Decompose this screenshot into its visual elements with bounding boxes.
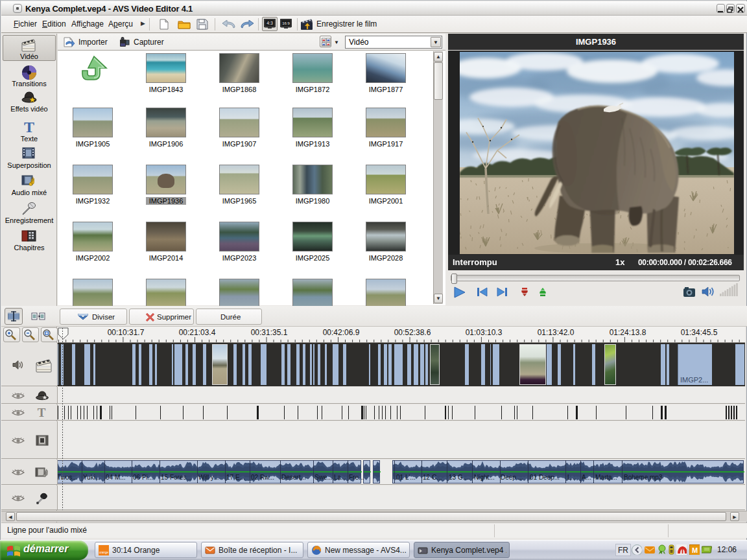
svg-text:4:3: 4:3	[267, 21, 273, 25]
svg-text:16:9: 16:9	[282, 21, 290, 25]
svg-text:T: T	[24, 119, 34, 135]
svg-text:T: T	[38, 406, 46, 419]
svg-text:orange: orange	[99, 551, 109, 554]
svg-text:M: M	[692, 546, 698, 554]
